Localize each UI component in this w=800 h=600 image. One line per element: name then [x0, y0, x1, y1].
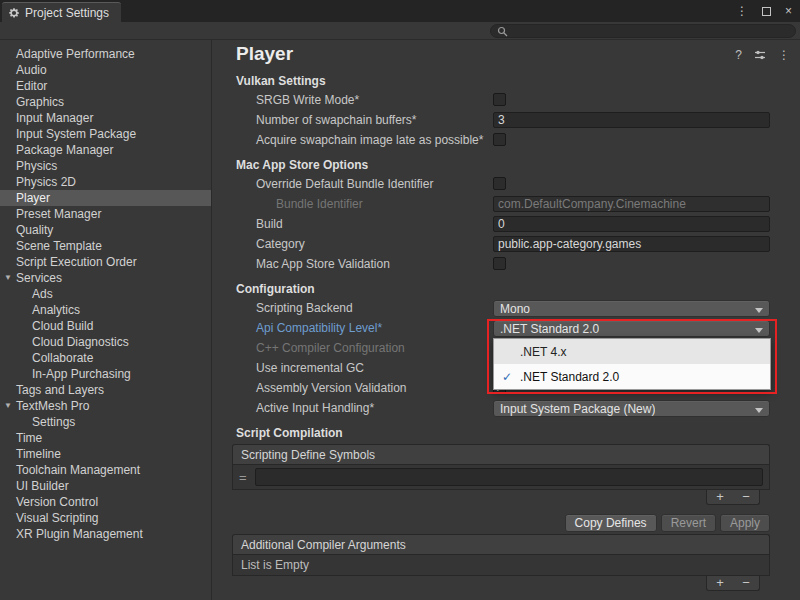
sidebar-item-quality[interactable]: Quality [0, 222, 211, 238]
sidebar-item-physics[interactable]: Physics [0, 158, 211, 174]
foldout-arrow-icon[interactable]: ▼ [4, 398, 12, 414]
header-icons: ? ⋮ [735, 49, 790, 61]
sidebar-item-cloud-diagnostics[interactable]: Cloud Diagnostics [0, 334, 211, 350]
sidebar-item-textmesh-pro[interactable]: ▼TextMesh Pro [0, 398, 211, 414]
sidebar-item-label: Physics [16, 159, 57, 173]
listbox-footer: + − [232, 490, 770, 508]
define-symbols-buttons: Copy DefinesRevertApply [212, 514, 770, 532]
remove-item-button[interactable]: − [733, 576, 759, 590]
sidebar-item-input-system-package[interactable]: Input System Package [0, 126, 211, 142]
sidebar-item-ads[interactable]: Ads [0, 286, 211, 302]
sidebar-item-label: UI Builder [16, 479, 69, 493]
dropdown[interactable]: .NET Standard 2.0 [493, 320, 770, 337]
maximize-icon[interactable] [762, 7, 771, 16]
apply-button[interactable]: Apply [720, 514, 770, 532]
sidebar-item-player[interactable]: Player [0, 190, 211, 206]
help-icon[interactable]: ? [735, 49, 742, 61]
row-label: Scripting Backend [256, 301, 353, 315]
checkbox[interactable] [493, 93, 506, 106]
sidebar-item-settings[interactable]: Settings [0, 414, 211, 430]
sidebar-item-time[interactable]: Time [0, 430, 211, 446]
search-box[interactable] [490, 24, 796, 38]
sidebar-item-label: Settings [32, 415, 75, 429]
text-field[interactable] [493, 236, 770, 252]
sidebar-item-label: Package Manager [16, 143, 113, 157]
row-label: Use incremental GC [256, 361, 364, 375]
row-label: Override Default Bundle Identifier [256, 177, 433, 191]
settings-row-build: Build [212, 214, 800, 234]
sidebar-item-ui-builder[interactable]: UI Builder [0, 478, 211, 494]
row-label: Api Compatibility Level* [256, 321, 382, 335]
sidebar-item-cloud-build[interactable]: Cloud Build [0, 318, 211, 334]
copy-defines-button[interactable]: Copy Defines [565, 514, 657, 532]
sidebar-item-label: Visual Scripting [16, 511, 99, 525]
more-icon[interactable]: ⋮ [778, 49, 790, 61]
empty-list-text: List is Empty [232, 554, 770, 576]
tab-title: Project Settings [25, 6, 109, 20]
define-symbol-input[interactable] [255, 468, 763, 486]
dropdown[interactable]: Mono [493, 300, 770, 317]
search-input[interactable] [512, 25, 789, 37]
sidebar-item-analytics[interactable]: Analytics [0, 302, 211, 318]
settings-row-scripting-backend: Scripting BackendMono [212, 298, 800, 318]
scripting-define-symbols-box: Scripting Define Symbols = + − [232, 444, 770, 508]
checkbox[interactable] [493, 133, 506, 146]
sidebar-item-version-control[interactable]: Version Control [0, 494, 211, 510]
preset-icon[interactable] [754, 49, 766, 61]
settings-row-category: Category [212, 234, 800, 254]
sidebar-item-in-app-purchasing[interactable]: In-App Purchasing [0, 366, 211, 382]
close-icon[interactable]: × [785, 5, 792, 17]
text-field[interactable] [493, 216, 770, 232]
sidebar-item-label: Graphics [16, 95, 64, 109]
sidebar-item-adaptive-performance[interactable]: Adaptive Performance [0, 46, 211, 62]
sidebar-item-label: Cloud Build [32, 319, 93, 333]
checkbox[interactable] [493, 257, 506, 270]
sidebar-item-physics-2d[interactable]: Physics 2D [0, 174, 211, 190]
sidebar-item-label: Quality [16, 223, 53, 237]
window-menu-icon[interactable]: ⋮ [736, 5, 748, 17]
sidebar-item-label: Audio [16, 63, 47, 77]
settings-row-acquire-swapchain-image-late-as-possible: Acquire swapchain image late as possible… [212, 130, 800, 150]
sidebar-item-script-execution-order[interactable]: Script Execution Order [0, 254, 211, 270]
chevron-down-icon [755, 328, 763, 333]
remove-item-button[interactable]: − [733, 490, 759, 504]
sidebar-item-input-manager[interactable]: Input Manager [0, 110, 211, 126]
sidebar-item-preset-manager[interactable]: Preset Manager [0, 206, 211, 222]
sidebar-item-label: TextMesh Pro [16, 399, 89, 413]
drag-handle-icon[interactable]: = [239, 471, 247, 484]
dropdown-option-net-standard-2-0[interactable]: ✓.NET Standard 2.0 [494, 364, 770, 389]
dropdown-option-net-4-x[interactable]: .NET 4.x [494, 339, 770, 364]
tab-project-settings[interactable]: Project Settings [2, 2, 121, 22]
dropdown-value: .NET Standard 2.0 [500, 322, 599, 336]
checkbox[interactable] [493, 177, 506, 190]
text-field[interactable] [493, 196, 770, 212]
sidebar-item-visual-scripting[interactable]: Visual Scripting [0, 510, 211, 526]
section-title-configuration: Configuration [236, 280, 800, 298]
revert-button[interactable]: Revert [661, 514, 716, 532]
section-title-vulkan-settings: Vulkan Settings [236, 72, 800, 90]
sidebar-item-scene-template[interactable]: Scene Template [0, 238, 211, 254]
row-control: Input System Package (New) [493, 400, 770, 417]
sidebar-item-package-manager[interactable]: Package Manager [0, 142, 211, 158]
sidebar-item-timeline[interactable]: Timeline [0, 446, 211, 462]
sidebar-item-editor[interactable]: Editor [0, 78, 211, 94]
window-body: Adaptive PerformanceAudioEditorGraphicsI… [0, 40, 800, 600]
sidebar-item-tags-and-layers[interactable]: Tags and Layers [0, 382, 211, 398]
sidebar-item-toolchain-management[interactable]: Toolchain Management [0, 462, 211, 478]
sidebar-item-label: Input System Package [16, 127, 136, 141]
sidebar-item-audio[interactable]: Audio [0, 62, 211, 78]
define-symbols-row: = [232, 464, 770, 490]
add-item-button[interactable]: + [707, 490, 733, 504]
sidebar-item-services[interactable]: ▼Services [0, 270, 211, 286]
sidebar-item-xr-plugin-management[interactable]: XR Plugin Management [0, 526, 211, 542]
section-title-mac-app-store-options: Mac App Store Options [236, 156, 800, 174]
sidebar-item-graphics[interactable]: Graphics [0, 94, 211, 110]
sidebar-item-label: Tags and Layers [16, 383, 104, 397]
sidebar-item-label: Collaborate [32, 351, 93, 365]
row-control [493, 256, 770, 273]
sidebar-item-collaborate[interactable]: Collaborate [0, 350, 211, 366]
add-item-button[interactable]: + [707, 576, 733, 590]
dropdown[interactable]: Input System Package (New) [493, 400, 770, 417]
foldout-arrow-icon[interactable]: ▼ [4, 270, 12, 286]
text-field[interactable] [493, 112, 770, 128]
